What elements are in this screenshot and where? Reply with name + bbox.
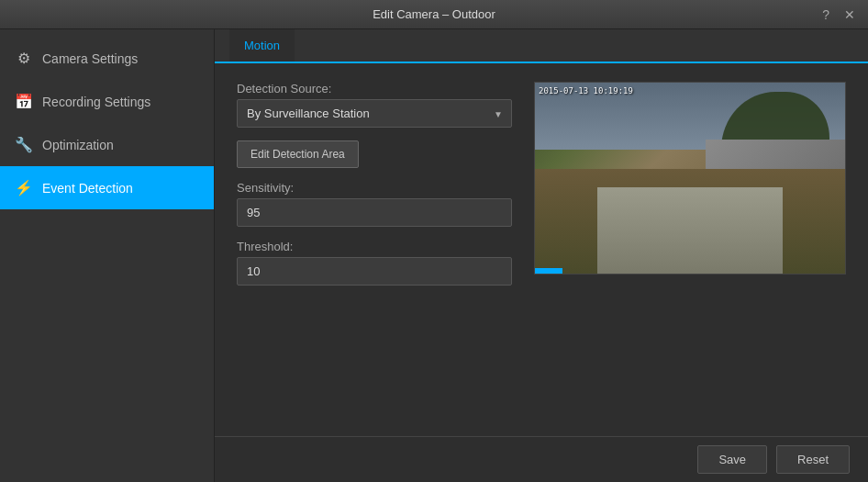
cam-timestamp: 2015-07-13 10:19:19 [539,86,633,95]
threshold-label: Threshold: [237,240,512,253]
sidebar-item-optimization[interactable]: 🔧 Optimization [0,123,214,166]
window-controls: ? ✕ [818,7,859,22]
cam-pavement [597,187,784,274]
window-title: Edit Camera – Outdoor [373,7,495,21]
detection-source-label: Detection Source: [237,82,512,95]
form-left: Detection Source: By Surveillance Statio… [237,82,512,418]
recording-settings-icon: 📅 [15,93,33,110]
main-layout: ⚙ Camera Settings 📅 Recording Settings 🔧… [0,29,868,482]
sensitivity-group: Sensitivity: [237,181,512,227]
tab-bar: Motion [215,29,868,63]
bottom-bar: Save Reset [215,436,868,482]
title-bar: Edit Camera – Outdoor ? ✕ [0,0,868,29]
sidebar-item-label: Recording Settings [42,95,150,109]
cam-progress-bar [535,268,562,274]
detection-source-select[interactable]: By Surveillance Station By Camera [237,99,512,128]
edit-detection-area-group: Edit Detection Area [237,140,512,168]
sidebar: ⚙ Camera Settings 📅 Recording Settings 🔧… [0,29,215,482]
reset-button[interactable]: Reset [776,445,850,474]
sensitivity-input[interactable] [237,198,512,227]
sidebar-item-label: Event Detection [42,181,133,196]
sensitivity-label: Sensitivity: [237,181,512,195]
camera-feed-container: 2015-07-13 10:19:19 [534,82,846,275]
help-button[interactable]: ? [818,7,833,22]
edit-detection-area-button[interactable]: Edit Detection Area [237,140,359,168]
event-detection-icon: ⚡ [15,179,33,196]
threshold-group: Threshold: [237,240,512,286]
sidebar-item-event-detection[interactable]: ⚡ Event Detection [0,166,214,209]
content-area: Motion Detection Source: By Surveillance… [215,29,868,482]
form-area: Detection Source: By Surveillance Statio… [215,63,868,436]
optimization-icon: 🔧 [15,136,33,153]
tab-motion[interactable]: Motion [229,29,295,63]
save-button[interactable]: Save [697,445,767,474]
camera-preview: 2015-07-13 10:19:19 [534,82,846,418]
sidebar-item-label: Optimization [42,138,114,152]
sidebar-item-recording-settings[interactable]: 📅 Recording Settings [0,80,214,123]
sidebar-item-label: Camera Settings [42,51,138,66]
close-button[interactable]: ✕ [840,7,859,22]
detection-source-wrapper: By Surveillance Station By Camera ▼ [237,99,512,128]
threshold-input[interactable] [237,257,512,286]
detection-source-group: Detection Source: By Surveillance Statio… [237,82,512,128]
camera-feed: 2015-07-13 10:19:19 [535,83,845,274]
camera-settings-icon: ⚙ [15,50,33,67]
sidebar-item-camera-settings[interactable]: ⚙ Camera Settings [0,37,214,80]
